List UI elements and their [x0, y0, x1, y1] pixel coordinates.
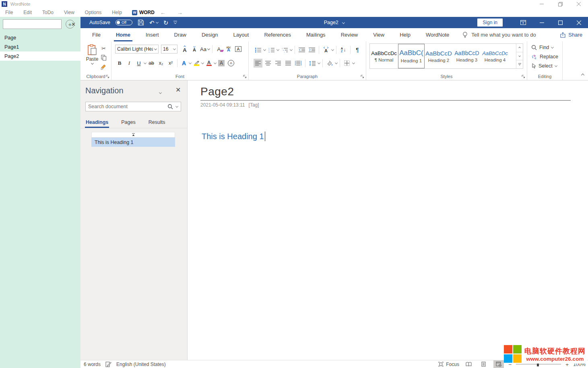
highlight-dropdown-icon[interactable]: [201, 61, 204, 64]
numbering-dropdown-icon[interactable]: [276, 48, 279, 51]
style-heading4[interactable]: AaBbCcDc Heading 4: [481, 44, 509, 68]
grow-font-button[interactable]: A: [180, 45, 189, 53]
style-normal[interactable]: AaBbCcDc ¶ Normal: [370, 44, 398, 68]
undo-icon[interactable]: ↶: [149, 20, 155, 26]
search-icon[interactable]: [166, 104, 175, 109]
bold-button[interactable]: B: [115, 59, 124, 68]
tab-review[interactable]: Review: [333, 28, 366, 41]
text-effects-button[interactable]: A: [179, 59, 188, 68]
navigation-search-input[interactable]: [86, 104, 166, 109]
navigation-search-box[interactable]: [85, 102, 181, 111]
asian-layout-button[interactable]: A: [322, 45, 330, 54]
word-toolbar-button[interactable]: W WORD: [132, 10, 155, 15]
enclose-characters-button[interactable]: A: [227, 59, 235, 68]
styles-more-icon[interactable]: [516, 60, 523, 68]
italic-button[interactable]: I: [125, 59, 134, 68]
menu-edit[interactable]: Edit: [18, 10, 37, 15]
line-spacing-dropdown-icon[interactable]: [318, 61, 320, 64]
decrease-indent-button[interactable]: [297, 45, 306, 54]
tab-design[interactable]: Design: [194, 28, 225, 41]
text-effects-dropdown-icon[interactable]: [189, 61, 192, 64]
tab-insert[interactable]: Insert: [138, 28, 167, 41]
asian-layout-dropdown-icon[interactable]: [331, 48, 334, 51]
select-button[interactable]: Select: [531, 63, 557, 69]
align-right-button[interactable]: [274, 59, 283, 68]
page-list-item-selected[interactable]: Page2: [0, 51, 80, 61]
language-status[interactable]: English (United States): [116, 362, 166, 367]
word-maximize-button[interactable]: [551, 17, 569, 28]
show-hide-pilcrow-button[interactable]: ¶: [353, 45, 362, 54]
borders-button[interactable]: [342, 59, 351, 68]
menu-todo[interactable]: ToDo: [37, 10, 59, 15]
shading-dropdown-icon[interactable]: [335, 61, 338, 64]
cut-icon[interactable]: ✂: [101, 45, 106, 51]
sidebar-search-input[interactable]: [3, 21, 69, 27]
shrink-font-button[interactable]: A: [190, 45, 199, 53]
clear-formatting-button[interactable]: A: [215, 45, 223, 53]
borders-dropdown-icon[interactable]: [352, 61, 355, 64]
distribute-button[interactable]: [294, 59, 303, 68]
word-minimize-button[interactable]: [532, 17, 551, 28]
styles-dialog-launcher[interactable]: [522, 75, 525, 78]
app-minimize-button[interactable]: [532, 0, 551, 8]
app-close-button[interactable]: [569, 0, 588, 8]
underline-dropdown-icon[interactable]: [144, 61, 146, 64]
page-tag[interactable]: [Tag]: [249, 102, 259, 108]
tab-view[interactable]: View: [365, 28, 392, 41]
proofing-icon[interactable]: [105, 362, 111, 367]
tab-references[interactable]: References: [256, 28, 298, 41]
app-restore-button[interactable]: [551, 0, 569, 8]
subscript-button[interactable]: x₂: [157, 59, 165, 68]
navigation-close-icon[interactable]: ✕: [175, 86, 181, 94]
tab-mailings[interactable]: Mailings: [299, 28, 333, 41]
replace-button[interactable]: bc Replace: [531, 54, 558, 60]
forward-arrow-icon[interactable]: →: [171, 9, 188, 16]
titlebar-doc-title[interactable]: Page2: [324, 20, 338, 25]
style-heading1-selected[interactable]: AaBbC( Heading 1: [398, 44, 425, 68]
document-heading-text[interactable]: This is Heading 1: [202, 132, 264, 141]
style-heading2[interactable]: AaBbCcD Heading 2: [425, 44, 453, 68]
font-dialog-launcher[interactable]: [243, 75, 247, 78]
tab-layout[interactable]: Layout: [225, 28, 256, 41]
align-left-button[interactable]: [254, 59, 262, 68]
undo-dropdown-icon[interactable]: [156, 21, 159, 23]
tab-help[interactable]: Help: [392, 28, 418, 41]
customize-quick-access-icon[interactable]: [173, 21, 177, 24]
character-shading-button[interactable]: A: [217, 59, 226, 68]
redo-icon[interactable]: ↻: [163, 20, 169, 26]
style-heading3[interactable]: AaBbCcD Heading 3: [453, 44, 481, 68]
multilevel-dropdown-icon[interactable]: [290, 48, 293, 51]
read-mode-button[interactable]: [464, 360, 474, 368]
justify-button[interactable]: [284, 59, 293, 68]
page-list-item[interactable]: Page1: [0, 42, 80, 51]
paste-button[interactable]: Paste: [85, 44, 99, 72]
page-list-item[interactable]: Page: [0, 33, 80, 42]
multilevel-list-button[interactable]: 1ai: [280, 45, 289, 54]
font-name-combo[interactable]: Calibri Light (Hea: [115, 45, 159, 53]
styles-scroll-down-icon[interactable]: [516, 52, 523, 61]
word-close-button[interactable]: [569, 17, 588, 28]
document-canvas[interactable]: Page2 2021-05-04 09:13:11 [Tag] This is …: [188, 80, 588, 360]
font-size-combo[interactable]: 16: [161, 45, 177, 53]
autosave-toggle[interactable]: Off: [116, 20, 132, 25]
shading-button[interactable]: [325, 59, 334, 68]
nav-tab-results[interactable]: Results: [149, 117, 165, 128]
back-arrow-icon[interactable]: ←: [155, 9, 171, 16]
collapse-ribbon-icon[interactable]: [582, 71, 584, 78]
highlight-button[interactable]: [192, 59, 201, 68]
navigation-options-icon[interactable]: [159, 88, 161, 96]
menu-options[interactable]: Options: [80, 10, 107, 15]
tab-home[interactable]: Home: [108, 28, 138, 41]
find-button[interactable]: Find: [531, 45, 553, 50]
web-layout-button[interactable]: [493, 360, 504, 368]
nav-tab-headings[interactable]: Headings: [86, 117, 108, 128]
increase-indent-button[interactable]: [307, 45, 316, 54]
font-color-dropdown-icon[interactable]: [214, 61, 217, 64]
nav-heading-item-selected[interactable]: This is Heading 1: [91, 138, 175, 147]
sign-in-button[interactable]: Sign in: [477, 19, 503, 27]
word-count[interactable]: 6 words: [84, 362, 101, 367]
format-painter-icon[interactable]: [101, 64, 107, 70]
line-spacing-button[interactable]: [308, 59, 317, 68]
underline-button[interactable]: U: [134, 59, 143, 68]
sort-button[interactable]: AZ↓: [339, 45, 348, 54]
